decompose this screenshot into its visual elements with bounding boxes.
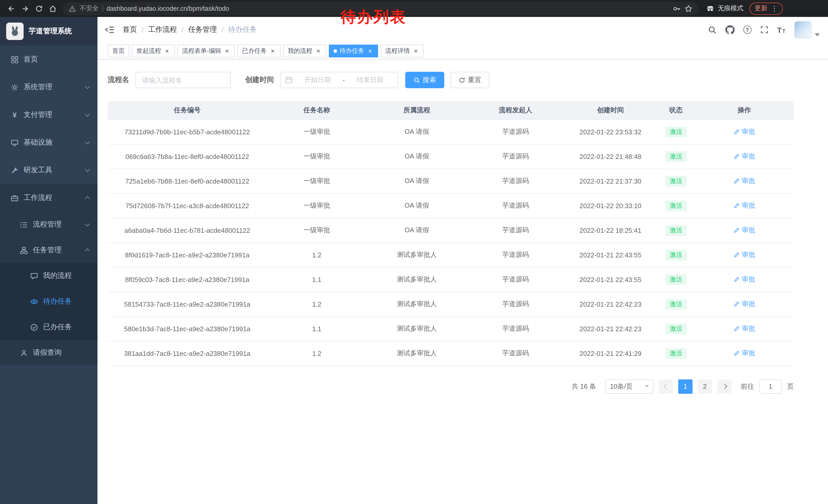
sidebar-item-process-mgmt[interactable]: 流程管理	[0, 212, 97, 237]
sidebar-item-home[interactable]: 首页	[0, 46, 97, 73]
page-size-value: 10条/页	[610, 382, 632, 391]
password-key-icon[interactable]	[672, 4, 681, 12]
check-circle-icon	[30, 323, 38, 331]
browser-back-icon[interactable]	[4, 2, 18, 15]
gear-icon	[10, 83, 19, 91]
user-menu[interactable]	[794, 21, 820, 39]
page-size-select[interactable]: 10条/页	[605, 379, 654, 394]
browser-reload-icon[interactable]	[32, 2, 46, 15]
approve-link[interactable]: 审批	[734, 127, 755, 136]
starter-cell: 芋道源码	[467, 169, 564, 193]
start-date-field[interactable]: 开始日期	[294, 75, 341, 85]
font-size-icon[interactable]: TT	[777, 26, 785, 34]
avatar[interactable]	[794, 21, 812, 39]
sidebar-item-payment-mgmt[interactable]: ¥ 支付管理	[0, 101, 97, 129]
end-date-field[interactable]: 结束日期	[347, 75, 393, 85]
starter-cell: 芋道源码	[467, 341, 564, 366]
security-warning-icon	[69, 5, 76, 12]
sidebar-item-label: 研发工具	[24, 166, 52, 175]
sidebar-item-my-process[interactable]: 我的流程	[0, 263, 97, 289]
tab-my-process[interactable]: 我的流程 ×	[283, 44, 326, 57]
approve-link[interactable]: 审批	[734, 275, 755, 284]
sidebar-item-label: 我的流程	[43, 271, 72, 280]
tab-done-task[interactable]: 已办任务 ×	[238, 44, 281, 57]
chevron-up-icon	[85, 196, 90, 201]
sidebar-item-label: 首页	[24, 55, 38, 64]
goto-page-input[interactable]	[759, 379, 782, 394]
approve-link[interactable]: 审批	[734, 152, 755, 161]
sidebar-item-workflow[interactable]: 工作流程	[0, 184, 97, 212]
tab-start-process[interactable]: 发起流程 ×	[132, 44, 175, 57]
tab-close-icon[interactable]: ×	[315, 47, 322, 54]
sidebar-item-todo-task[interactable]: 待办任务	[0, 289, 97, 314]
tab-close-icon[interactable]: ×	[412, 47, 419, 54]
approve-link[interactable]: 审批	[734, 176, 755, 186]
column-starter: 流程发起人	[467, 101, 564, 120]
chat-bubble-icon	[30, 272, 38, 280]
sidebar-item-leave-query[interactable]: 请假查询	[0, 340, 97, 366]
browser-forward-icon[interactable]	[18, 2, 32, 15]
breadcrumb-current: 待办任务	[228, 25, 257, 34]
approve-link[interactable]: 审批	[734, 250, 755, 260]
browser-update-button[interactable]: 更新 ⋮	[749, 2, 783, 15]
approve-link[interactable]: 审批	[734, 226, 755, 235]
column-actions: 操作	[695, 101, 794, 120]
status-cell: 激活	[657, 267, 695, 292]
page-button-1[interactable]: 1	[678, 379, 693, 394]
reset-button-label: 重置	[468, 75, 481, 85]
tab-label: 待办任务	[340, 46, 364, 55]
sidebar-item-done-task[interactable]: 已办任务	[0, 314, 97, 340]
action-cell: 审批	[695, 292, 794, 316]
sidebar-item-infrastructure[interactable]: 基础设施	[0, 129, 97, 156]
chevron-down-icon	[85, 221, 90, 226]
navbar-actions: ? TT	[708, 21, 820, 39]
tab-form-edit[interactable]: 流程表单-编辑 ×	[177, 44, 235, 57]
approve-link[interactable]: 审批	[734, 324, 755, 333]
chevron-down-icon	[85, 84, 90, 89]
tab-close-icon[interactable]: ×	[224, 47, 230, 54]
next-page-button[interactable]	[717, 379, 732, 394]
approve-link[interactable]: 审批	[734, 300, 755, 309]
approve-link[interactable]: 审批	[734, 349, 755, 358]
status-badge: 激活	[665, 249, 687, 260]
table-row: 8f059c03-7ac8-11ec-a9e2-a2380e71991a 1.1…	[108, 267, 794, 292]
tab-close-icon[interactable]: ×	[164, 47, 170, 54]
browser-menu-icon[interactable]: ⋮	[771, 5, 778, 12]
breadcrumb-workflow[interactable]: 工作流程	[148, 25, 177, 34]
tab-home[interactable]: 首页	[108, 44, 129, 57]
breadcrumb-task-mgmt[interactable]: 任务管理	[188, 25, 217, 34]
sidebar-item-task-mgmt[interactable]: 任务管理	[0, 237, 97, 263]
bookmark-star-icon[interactable]	[685, 4, 693, 12]
search-icon[interactable]	[708, 26, 716, 34]
sidebar-toggle-icon[interactable]	[105, 26, 114, 34]
chevron-down-icon	[645, 385, 649, 387]
page-button-2[interactable]: 2	[698, 379, 712, 394]
table-row: 8f0d1619-7ac8-11ec-a9e2-a2380e71991a 1.2…	[108, 242, 794, 267]
status-cell: 激活	[657, 218, 695, 242]
reset-button[interactable]: 重置	[450, 72, 489, 88]
sidebar-item-dev-tools[interactable]: 研发工具	[0, 156, 97, 184]
approve-link[interactable]: 审批	[734, 201, 755, 210]
sidebar-item-system-mgmt[interactable]: 系统管理	[0, 73, 97, 101]
github-icon[interactable]	[725, 25, 734, 34]
tab-close-icon[interactable]: ×	[367, 47, 373, 54]
tab-process-detail[interactable]: 流程详情 ×	[381, 44, 424, 57]
briefcase-icon	[10, 194, 19, 202]
date-range-picker[interactable]: 开始日期 - 结束日期	[280, 72, 398, 88]
search-button[interactable]: 搜索	[405, 72, 444, 88]
process-cell: OA 请假	[367, 169, 467, 193]
process-cell: 测试多审批人	[367, 242, 467, 267]
sidebar-item-label: 流程管理	[33, 220, 61, 229]
process-name-input[interactable]	[135, 72, 231, 88]
fullscreen-icon[interactable]	[760, 26, 768, 34]
status-cell: 激活	[657, 242, 695, 267]
browser-home-icon[interactable]	[46, 2, 59, 15]
breadcrumb-home[interactable]: 首页	[123, 25, 137, 34]
action-cell: 审批	[695, 242, 794, 267]
starter-cell: 芋道源码	[467, 292, 564, 316]
tab-close-icon[interactable]: ×	[269, 47, 276, 54]
starter-cell: 芋道源码	[467, 242, 564, 267]
help-icon[interactable]: ?	[743, 26, 751, 34]
tab-todo-task[interactable]: 待办任务 ×	[329, 44, 378, 57]
prev-page-button[interactable]	[659, 379, 673, 394]
